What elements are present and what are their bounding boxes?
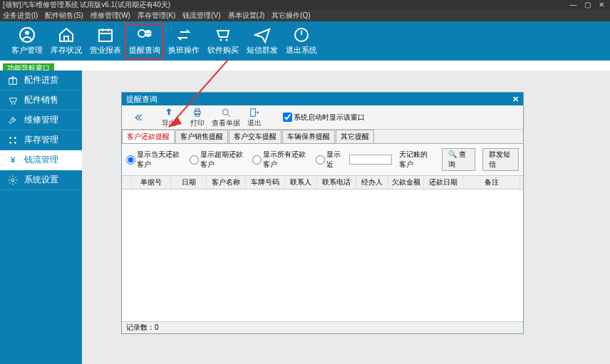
svg-point-8 (146, 33, 148, 34)
tab[interactable]: 客户销售提醒 (175, 130, 228, 143)
svg-point-6 (138, 30, 145, 37)
svg-point-9 (148, 33, 150, 34)
filter-radio[interactable]: 显示超期还款客户 (190, 150, 246, 170)
search-button[interactable]: 🔍 查询 (442, 148, 475, 171)
annotation-arrow (167, 60, 239, 131)
table-body (122, 189, 523, 321)
sidebar-item[interactable]: 配件销售 (0, 90, 82, 110)
table-header: 单据号日期客户名称车牌号码联系人联系电话经办人欠款金额还款日期备注 (122, 176, 523, 189)
svg-text:¥: ¥ (10, 155, 16, 165)
col-header[interactable]: 还款日期 (424, 176, 463, 189)
col-header[interactable]: 备注 (463, 176, 520, 189)
sidebar-item[interactable]: 配件进货 (0, 71, 82, 90)
col-header[interactable]: 单据号 (132, 176, 171, 189)
svg-point-10 (150, 33, 152, 34)
status-bar: 记录数：0 (122, 321, 523, 333)
col-header[interactable]: 经办人 (356, 176, 388, 189)
col-header[interactable]: 客户名称 (207, 176, 246, 189)
sms-button[interactable]: 群发短信 (482, 148, 519, 171)
days-input[interactable] (349, 155, 392, 165)
menu-item[interactable]: 钱流管理(V) (182, 11, 220, 19)
col-header[interactable]: 日期 (171, 176, 207, 189)
filter-bar: 显示当天还款客户 显示超期还款客户 显示所有还款客户 显示近天记账的客户🔍 查询… (122, 144, 523, 176)
sidebar: 配件进货配件销售维修管理库存管理¥钱流管理系统设置 (0, 71, 82, 364)
menu-item[interactable]: 其它操作(Q) (272, 11, 310, 19)
menu-item[interactable]: 库存管理(K) (138, 11, 175, 19)
tab-strip: 客户还款提醒客户销售提醒客户交车提醒车辆保养提醒其它提醒 (122, 130, 523, 144)
svg-point-12 (225, 39, 227, 41)
menu-item[interactable]: 基本设置(J) (228, 11, 265, 19)
col-header[interactable]: 车牌号码 (246, 176, 285, 189)
toolbar-user[interactable]: 客户管理 (7, 24, 46, 59)
svg-marker-24 (167, 117, 182, 128)
col-header[interactable]: 联系人 (285, 176, 317, 189)
toolbar-cal[interactable]: 营业报表 (86, 24, 125, 59)
wtool-exit[interactable]: 退出 (240, 107, 269, 128)
tab[interactable]: 车辆保养提醒 (282, 130, 335, 143)
sidebar-item[interactable]: 库存管理 (0, 130, 82, 150)
svg-rect-30 (251, 108, 256, 116)
window-title: 提醒查询 (126, 93, 157, 105)
svg-point-11 (219, 39, 222, 41)
toolbar-mail[interactable]: 短信群发 (242, 24, 281, 59)
svg-point-1 (25, 31, 29, 35)
menu-item[interactable]: 业务进货(I) (3, 11, 38, 19)
close-icon[interactable]: ✕ (512, 93, 519, 105)
tab[interactable]: 客户还款提醒 (122, 130, 175, 143)
svg-line-23 (175, 60, 228, 120)
col-header[interactable]: 欠款金额 (388, 176, 424, 189)
svg-point-18 (14, 137, 16, 139)
filter-radio[interactable]: 显示近 (316, 150, 342, 170)
sidebar-item[interactable]: 维修管理 (0, 110, 82, 130)
svg-point-16 (14, 103, 16, 104)
svg-rect-2 (99, 30, 112, 41)
svg-point-19 (9, 142, 11, 144)
toolbar-home[interactable]: 库存状况 (46, 24, 86, 59)
svg-point-15 (11, 103, 13, 104)
menu-item[interactable]: 配件销售(S) (45, 11, 83, 19)
toolbar-cart[interactable]: 软件购买 (203, 24, 242, 59)
svg-point-22 (11, 179, 14, 182)
menu-bar: 业务进货(I)配件销售(S)维修管理(W)库存管理(K)钱流管理(V)基本设置(… (0, 10, 610, 21)
collapse-button[interactable] (126, 112, 155, 123)
tab[interactable]: 其它提醒 (336, 130, 374, 143)
toolbar-swap[interactable]: 换班操作 (164, 24, 203, 59)
sidebar-item[interactable]: 系统设置 (0, 170, 82, 190)
col-header[interactable] (122, 176, 132, 189)
sidebar-item[interactable]: ¥钱流管理 (0, 150, 82, 170)
filter-radio[interactable]: 显示当天还款客户 (126, 150, 182, 170)
toolbar-chat[interactable]: 提醒查询 (125, 24, 164, 59)
svg-point-20 (14, 142, 16, 144)
menu-item[interactable]: 维修管理(W) (91, 11, 130, 19)
filter-radio[interactable]: 显示所有还款客户 (252, 150, 309, 170)
toolbar-power[interactable]: 退出系统 (281, 24, 321, 59)
app-title: [领智]汽车维修管理系统 试用版v6.1(试用期还有40天) (3, 0, 170, 10)
window-controls[interactable]: — ▢ ✕ (569, 0, 607, 10)
startup-checkbox[interactable]: 系统启动时显示该窗口 (283, 113, 365, 123)
svg-point-17 (9, 137, 11, 139)
main-toolbar: 客户管理库存状况营业报表提醒查询换班操作软件购买短信群发退出系统 (0, 21, 610, 61)
tab[interactable]: 客户交车提醒 (229, 130, 281, 143)
col-header[interactable]: 联系电话 (317, 176, 356, 189)
